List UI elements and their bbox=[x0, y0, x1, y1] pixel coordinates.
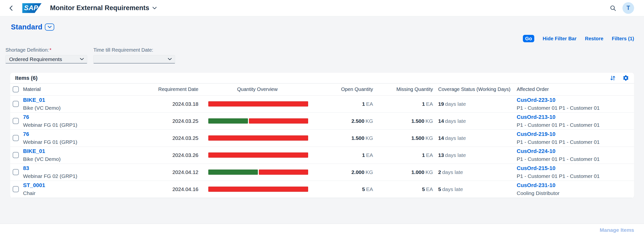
footer-bar: Manage Items bbox=[0, 224, 644, 236]
table-header-row: Material Requirement Date Quantity Overv… bbox=[10, 84, 634, 95]
row-checkbox[interactable] bbox=[13, 118, 19, 124]
row-checkbox[interactable] bbox=[13, 101, 19, 107]
missing-quantity-cell: 1 EA bbox=[375, 95, 435, 113]
search-icon bbox=[610, 5, 616, 12]
shortage-definition-select[interactable]: Ordered Requirements bbox=[6, 55, 87, 64]
material-description: Webinar FG 01 (GRP1) bbox=[23, 139, 127, 145]
missing-quantity-cell: 1 EA bbox=[375, 146, 435, 164]
time-till-requirement-date-select[interactable] bbox=[94, 55, 175, 64]
column-header-affected-order[interactable]: Affected Order bbox=[514, 84, 634, 95]
filter-field-time-till-requirement-date: Time till Requirement Date: bbox=[94, 47, 175, 64]
row-checkbox[interactable] bbox=[13, 152, 19, 158]
filter-field-label: Shortage Definition:* bbox=[6, 47, 87, 53]
missing-quantity-segment bbox=[208, 187, 308, 192]
chevron-down-icon bbox=[152, 7, 157, 10]
material-link[interactable]: 76 bbox=[23, 114, 29, 120]
affected-order-link[interactable]: CusOrd-213-10 bbox=[517, 114, 556, 120]
affected-order-link[interactable]: CusOrd-224-10 bbox=[517, 148, 556, 154]
covered-quantity-segment bbox=[208, 170, 258, 175]
coverage-status-cell: 2 days late bbox=[435, 164, 514, 181]
coverage-status-cell: 14 days late bbox=[435, 113, 514, 129]
back-button[interactable] bbox=[0, 5, 22, 11]
variant-selector-button[interactable] bbox=[45, 23, 54, 31]
affected-order-detail: P1 - Customer 01 P1 - Customer 01 bbox=[517, 156, 634, 162]
app-title: Monitor External Requirements bbox=[50, 4, 149, 12]
app-title-menu[interactable]: Monitor External Requirements bbox=[50, 4, 157, 12]
open-quantity-cell: 1.500 KG bbox=[314, 129, 375, 146]
column-header-missing-quantity[interactable]: Missing Quantity bbox=[375, 84, 435, 95]
search-button[interactable] bbox=[606, 2, 620, 14]
restore-link[interactable]: Restore bbox=[585, 36, 603, 41]
missing-quantity-segment bbox=[208, 152, 308, 158]
coverage-status-cell: 19 days late bbox=[435, 95, 514, 113]
column-header-open-quantity[interactable]: Open Quantity bbox=[314, 84, 375, 95]
material-description: Bike (VC Demo) bbox=[23, 156, 127, 162]
select-value: Ordered Requirements bbox=[9, 56, 80, 62]
row-checkbox[interactable] bbox=[13, 135, 19, 141]
items-table: Material Requirement Date Quantity Overv… bbox=[10, 84, 634, 198]
table-row[interactable]: BIKE_01 Bike (VC Demo) 2024.03.26 1 EA 1… bbox=[10, 146, 634, 164]
missing-quantity-segment bbox=[249, 118, 308, 123]
filter-field-shortage-definition: Shortage Definition:* Ordered Requiremen… bbox=[6, 47, 87, 64]
missing-quantity-cell: 1.500 KG bbox=[375, 129, 435, 146]
affected-order-detail: P1 - Customer 01 P1 - Customer 01 bbox=[517, 173, 634, 179]
material-link[interactable]: BIKE_01 bbox=[23, 148, 45, 154]
sort-button[interactable] bbox=[610, 75, 616, 81]
requirement-date: 2024.04.12 bbox=[172, 169, 198, 175]
requirement-date: 2024.03.25 bbox=[172, 118, 198, 124]
requirement-date: 2024.03.25 bbox=[172, 135, 198, 141]
affected-order-link[interactable]: CusOrd-231-10 bbox=[517, 182, 556, 189]
filter-field-label: Time till Requirement Date: bbox=[94, 47, 175, 53]
table-row[interactable]: 76 Webinar FG 01 (GRP1) 2024.03.25 2.500… bbox=[10, 113, 634, 129]
open-quantity-cell: 5 EA bbox=[314, 181, 375, 198]
coverage-status-cell: 5 days late bbox=[435, 181, 514, 198]
column-header-requirement-date[interactable]: Requirement Date bbox=[127, 84, 200, 95]
row-checkbox[interactable] bbox=[13, 186, 19, 192]
chevron-down-icon bbox=[168, 58, 172, 61]
go-button[interactable]: Go bbox=[523, 35, 534, 42]
material-link[interactable]: ST_0001 bbox=[23, 182, 45, 189]
chevron-down-icon bbox=[80, 58, 84, 61]
select-all-checkbox[interactable] bbox=[13, 86, 19, 92]
affected-order-detail: P1 - Customer 01 P1 - Customer 01 bbox=[517, 122, 634, 128]
table-title: Items (6) bbox=[15, 75, 38, 81]
material-link[interactable]: 83 bbox=[23, 165, 29, 171]
material-link[interactable]: 76 bbox=[23, 131, 29, 137]
open-quantity-cell: 1 EA bbox=[314, 146, 375, 164]
coverage-status-cell: 14 days late bbox=[435, 129, 514, 146]
open-quantity-cell: 2.000 KG bbox=[314, 164, 375, 181]
user-avatar[interactable]: T bbox=[622, 2, 634, 14]
affected-order-link[interactable]: CusOrd-219-10 bbox=[517, 131, 556, 137]
hide-filter-bar-link[interactable]: Hide Filter Bar bbox=[543, 36, 577, 41]
material-description: Webinar FG 01 (GRP1) bbox=[23, 122, 127, 128]
column-header-material[interactable]: Material bbox=[23, 84, 127, 95]
chevron-down-icon bbox=[48, 26, 52, 28]
column-header-quantity-overview[interactable]: Quantity Overview bbox=[200, 84, 314, 95]
affected-order-detail: P1 - Customer 01 P1 - Customer 01 bbox=[517, 105, 634, 111]
table-row[interactable]: 83 Webinar FG 02 (GRP1) 2024.04.12 2.000… bbox=[10, 164, 634, 181]
requirement-date: 2024.03.18 bbox=[172, 101, 198, 107]
affected-order-link[interactable]: CusOrd-215-10 bbox=[517, 165, 556, 171]
table-settings-button[interactable] bbox=[622, 75, 629, 81]
missing-quantity-cell: 1.500 KG bbox=[375, 113, 435, 129]
variant-title: Standard bbox=[11, 23, 42, 31]
sap-logo: SAP bbox=[22, 3, 42, 13]
table-row[interactable]: ST_0001 Chair 2024.04.16 5 EA 5 EA 5 day… bbox=[10, 181, 634, 198]
sap-logo-text: SAP bbox=[24, 4, 38, 12]
covered-quantity-segment bbox=[208, 118, 248, 123]
table-row[interactable]: BIKE_01 Bike (VC Demo) 2024.03.18 1 EA 1… bbox=[10, 95, 634, 113]
material-link[interactable]: BIKE_01 bbox=[23, 97, 45, 103]
filters-link[interactable]: Filters (1) bbox=[612, 36, 634, 41]
row-checkbox[interactable] bbox=[13, 169, 19, 175]
affected-order-link[interactable]: CusOrd-223-10 bbox=[517, 97, 556, 103]
variant-management: Standard bbox=[11, 23, 634, 31]
missing-quantity-segment bbox=[208, 101, 308, 107]
quantity-overview-bar bbox=[208, 152, 308, 158]
table-row[interactable]: 76 Webinar FG 01 (GRP1) 2024.03.25 1.500… bbox=[10, 129, 634, 146]
chevron-left-icon bbox=[8, 5, 14, 11]
manage-items-button[interactable]: Manage Items bbox=[600, 227, 634, 233]
column-header-coverage-status[interactable]: Coverage Status (Working Days) bbox=[435, 84, 514, 95]
avatar-initial: T bbox=[626, 5, 630, 11]
missing-quantity-cell: 1.000 KG bbox=[375, 164, 435, 181]
table-body: BIKE_01 Bike (VC Demo) 2024.03.18 1 EA 1… bbox=[10, 95, 634, 198]
